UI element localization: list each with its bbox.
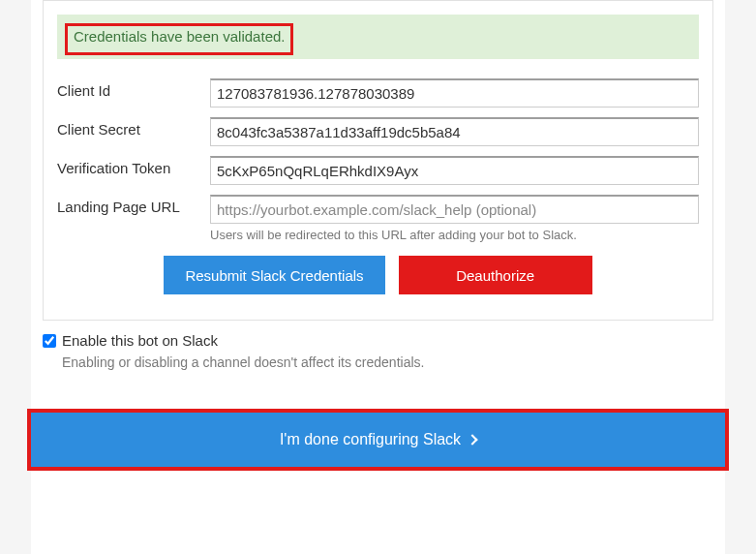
resubmit-credentials-button[interactable]: Resubmit Slack Credentials [164,256,384,294]
done-button-label: I'm done configuring Slack [280,431,461,448]
done-configuring-button[interactable]: I'm done configuring Slack [31,413,725,467]
validation-alert-text: Credentials have been validated. [74,28,285,45]
enable-checkbox-row[interactable]: Enable this bot on Slack [43,332,713,349]
row-landing-url: Landing Page URL Users will be redirecte… [57,195,699,242]
field-client-secret [210,117,699,146]
chevron-right-icon [467,434,477,445]
row-verification-token: Verification Token [57,156,699,185]
label-client-id: Client Id [57,78,210,99]
label-client-secret: Client Secret [57,117,210,138]
enable-checkbox-label: Enable this bot on Slack [62,332,218,349]
credentials-button-row: Resubmit Slack Credentials Deauthorize [57,256,699,294]
enable-help-text: Enabling or disabling a channel doesn't … [62,354,713,370]
enable-section: Enable this bot on Slack Enabling or dis… [31,321,725,380]
label-landing-url: Landing Page URL [57,195,210,215]
done-button-highlight: I'm done configuring Slack [27,409,729,471]
field-client-id [210,78,699,108]
row-client-id: Client Id [57,78,699,108]
validation-alert: Credentials have been validated. [57,15,699,59]
help-landing-url: Users will be redirected to this URL aft… [210,228,699,242]
validation-alert-highlight: Credentials have been validated. [65,23,293,55]
input-client-secret[interactable] [210,117,699,146]
input-verification-token[interactable] [210,156,699,185]
input-client-id[interactable] [210,78,699,108]
input-landing-url[interactable] [210,195,699,224]
field-landing-url: Users will be redirected to this URL aft… [210,195,699,242]
deauthorize-button[interactable]: Deauthorize [399,256,592,294]
field-verification-token [210,156,699,185]
enable-checkbox[interactable] [43,334,56,348]
page-container: Credentials have been validated. Client … [31,0,725,554]
credentials-card: Credentials have been validated. Client … [43,0,713,321]
row-client-secret: Client Secret [57,117,699,146]
label-verification-token: Verification Token [57,156,210,176]
